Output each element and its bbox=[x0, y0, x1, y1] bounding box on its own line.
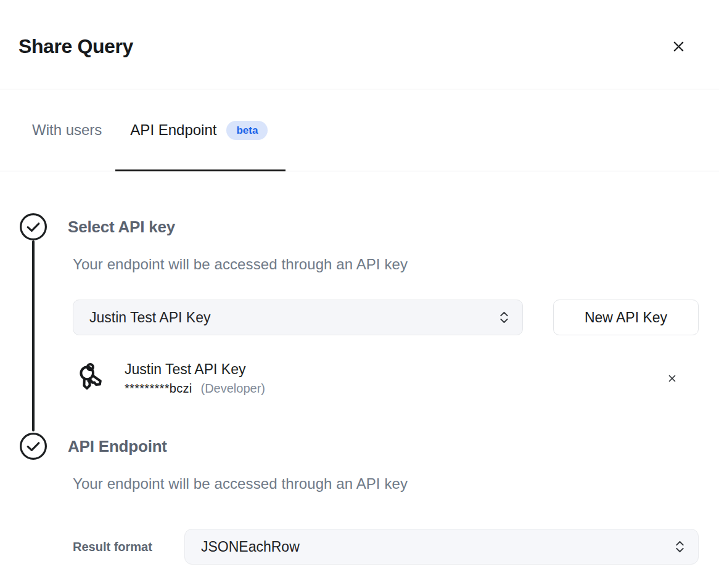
result-format-value: JSONEachRow bbox=[201, 539, 300, 555]
share-query-dialog: Share Query With users API Endpoint beta bbox=[0, 0, 719, 588]
step-subtitle: Your endpoint will be accessed through a… bbox=[73, 255, 699, 274]
close-button[interactable] bbox=[668, 36, 689, 57]
selected-key-role: (Developer) bbox=[201, 382, 265, 396]
selected-key-row: Justin Test API Key *********bczi (Devel… bbox=[73, 360, 699, 397]
tab-bar: With users API Endpoint beta bbox=[0, 89, 719, 171]
keys-icon bbox=[73, 360, 110, 397]
result-format-row: Result format JSONEachRow bbox=[73, 529, 699, 565]
remove-key-button[interactable] bbox=[664, 370, 680, 386]
close-icon bbox=[670, 38, 687, 55]
new-api-key-button[interactable]: New API Key bbox=[553, 300, 699, 335]
step-connector-line bbox=[32, 240, 35, 431]
api-key-select[interactable]: Justin Test API Key bbox=[73, 300, 523, 335]
check-circle-icon bbox=[18, 431, 48, 461]
selected-key-name: Justin Test API Key bbox=[125, 361, 265, 378]
result-format-label: Result format bbox=[73, 540, 184, 554]
dialog-title: Share Query bbox=[18, 35, 133, 58]
check-circle-icon bbox=[18, 212, 48, 242]
tab-label: API Endpoint bbox=[130, 121, 216, 139]
x-icon bbox=[667, 373, 678, 384]
tab-label: With users bbox=[32, 121, 102, 139]
step-select-api-key: Select API key Your endpoint will be acc… bbox=[18, 212, 699, 431]
tab-api-endpoint[interactable]: API Endpoint beta bbox=[115, 89, 286, 171]
step-title: Select API key bbox=[68, 212, 699, 242]
beta-badge: beta bbox=[226, 121, 268, 140]
step-title: API Endpoint bbox=[68, 431, 699, 461]
result-format-select[interactable]: JSONEachRow bbox=[184, 529, 699, 565]
chevron-up-down-icon bbox=[498, 310, 510, 325]
step-subtitle: Your endpoint will be accessed through a… bbox=[73, 475, 699, 493]
tab-with-users[interactable]: With users bbox=[18, 89, 115, 171]
step-api-endpoint: API Endpoint Your endpoint will be acces… bbox=[18, 431, 699, 565]
api-key-select-value: Justin Test API Key bbox=[89, 309, 210, 326]
selected-key-masked-secret: *********bczi bbox=[125, 382, 192, 396]
chevron-up-down-icon bbox=[674, 539, 686, 554]
dialog-header: Share Query bbox=[0, 0, 719, 89]
step-rail bbox=[18, 212, 48, 431]
api-key-controls: Justin Test API Key New API Key bbox=[73, 300, 699, 335]
dialog-content: Select API key Your endpoint will be acc… bbox=[0, 171, 719, 588]
step-rail bbox=[18, 431, 48, 565]
